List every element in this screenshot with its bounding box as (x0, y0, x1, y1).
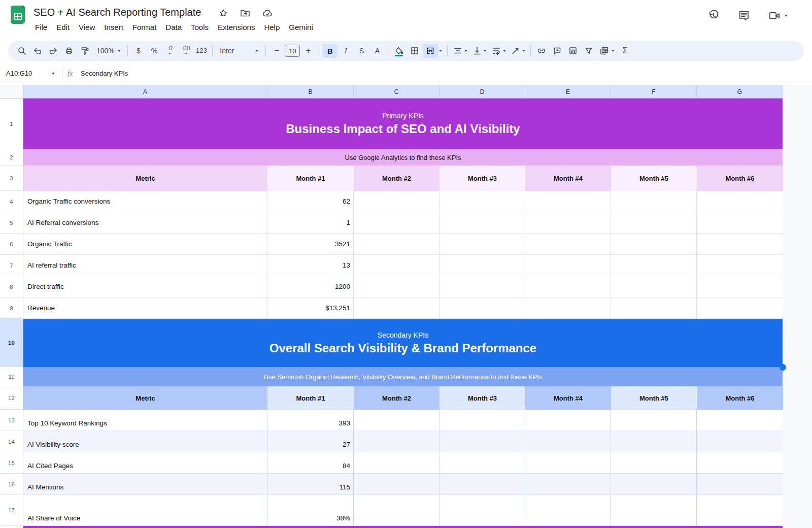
menu-edit[interactable]: Edit (52, 21, 74, 33)
row-header-12[interactable]: 12 (0, 386, 23, 410)
cell[interactable] (525, 191, 611, 212)
metric-cell[interactable]: AI Cited Pages (23, 452, 267, 474)
row-header-17[interactable]: 17 (0, 495, 23, 526)
functions-button[interactable]: Σ (617, 44, 632, 58)
menu-file[interactable]: File (30, 21, 52, 33)
cell[interactable] (611, 255, 697, 276)
value-cell[interactable]: $13,251 (267, 298, 354, 319)
cell[interactable] (439, 191, 525, 212)
menu-extensions[interactable]: Extensions (213, 21, 259, 33)
value-cell[interactable]: 1 (267, 212, 354, 234)
cell[interactable] (525, 255, 611, 276)
header-cell[interactable]: Month #5 (611, 386, 697, 410)
paint-format-button[interactable] (77, 44, 92, 58)
metric-cell[interactable]: Organic Traffic (23, 234, 267, 255)
cell[interactable] (697, 474, 783, 495)
secondary-note-cell[interactable]: Use Semrush Organic Research, Visibility… (23, 367, 783, 386)
row-header-10[interactable]: 10 (0, 319, 23, 367)
menu-view[interactable]: View (74, 21, 99, 33)
header-cell[interactable]: Month #1 (267, 166, 354, 191)
row-header-7[interactable]: 7 (0, 255, 23, 276)
column-header-e[interactable]: E (525, 85, 611, 98)
move-folder-icon[interactable] (240, 8, 251, 18)
version-history-icon[interactable] (707, 9, 720, 22)
vertical-align-button[interactable] (470, 44, 489, 58)
metric-cell[interactable]: Direct traffic (23, 276, 267, 298)
redo-button[interactable] (46, 44, 61, 58)
cell[interactable] (697, 191, 783, 212)
fill-color-button[interactable] (391, 44, 407, 58)
cell[interactable] (354, 298, 439, 319)
metric-cell[interactable]: AI Mentions (23, 474, 267, 495)
cell[interactable] (354, 191, 439, 212)
cell[interactable] (354, 452, 439, 474)
cell[interactable] (354, 234, 439, 255)
cell[interactable] (697, 298, 783, 319)
row-header-11[interactable]: 11 (0, 367, 23, 386)
row-header-15[interactable]: 15 (0, 452, 23, 474)
cell[interactable] (611, 276, 697, 298)
cell[interactable] (439, 452, 525, 474)
cell[interactable] (354, 276, 439, 298)
document-title[interactable]: SEO + AI Search Reporting Template (33, 7, 201, 18)
cell[interactable] (525, 452, 611, 474)
menu-format[interactable]: Format (128, 21, 161, 33)
cell[interactable] (354, 212, 439, 234)
cell[interactable] (439, 431, 525, 452)
cell[interactable] (697, 212, 783, 234)
font-family-select[interactable]: Inter (216, 44, 262, 58)
row-header-18-clipped[interactable] (0, 526, 23, 528)
cloud-saved-icon[interactable] (262, 8, 273, 18)
cell[interactable] (439, 298, 525, 319)
value-cell[interactable]: 84 (267, 452, 354, 474)
header-cell[interactable]: Metric (23, 166, 267, 191)
insert-link-button[interactable] (534, 44, 549, 58)
increase-font-size-button[interactable]: + (300, 44, 316, 58)
bold-button[interactable]: B (322, 44, 337, 58)
cell[interactable] (525, 234, 611, 255)
decrease-decimal-button[interactable]: .0← (162, 44, 178, 58)
value-cell[interactable]: 393 (267, 410, 354, 431)
cell[interactable] (611, 212, 697, 234)
header-cell[interactable]: Month #1 (267, 386, 354, 410)
cell[interactable] (525, 298, 611, 319)
row-header-8[interactable]: 8 (0, 276, 23, 298)
undo-button[interactable] (30, 44, 45, 58)
header-cell[interactable]: Month #2 (354, 386, 439, 410)
selection-fill-handle[interactable] (780, 364, 786, 371)
row-header-9[interactable]: 9 (0, 298, 23, 319)
cell[interactable] (439, 474, 525, 495)
cell[interactable] (439, 255, 525, 276)
column-header-b[interactable]: B (267, 85, 354, 98)
cell[interactable] (611, 234, 697, 255)
cell[interactable] (525, 474, 611, 495)
insert-chart-button[interactable] (565, 44, 581, 58)
value-cell[interactable]: 115 (267, 474, 354, 495)
metric-cell[interactable]: AI Visibility score (23, 431, 267, 452)
strikethrough-button[interactable]: S (354, 44, 369, 58)
header-cell[interactable]: Month #5 (611, 166, 697, 191)
cell[interactable] (697, 255, 783, 276)
cell[interactable] (611, 191, 697, 212)
cell[interactable] (439, 410, 525, 431)
column-header-f[interactable]: F (611, 85, 697, 98)
select-all-corner[interactable] (0, 85, 23, 98)
cell[interactable] (525, 276, 611, 298)
cell[interactable] (611, 495, 697, 526)
menu-help[interactable]: Help (259, 21, 284, 33)
cell[interactable] (354, 474, 439, 495)
text-color-button[interactable]: A (369, 44, 385, 58)
cell[interactable] (525, 431, 611, 452)
row-header-2[interactable]: 2 (0, 149, 23, 166)
cell[interactable] (697, 452, 783, 474)
row-header-13[interactable]: 13 (0, 410, 23, 431)
cell[interactable] (354, 410, 439, 431)
cell[interactable] (611, 410, 697, 431)
metric-cell[interactable]: Organic Traffic conversions (23, 191, 267, 212)
increase-decimal-button[interactable]: .00→ (178, 44, 193, 58)
column-header-d[interactable]: D (439, 85, 525, 98)
comments-icon[interactable] (737, 9, 751, 22)
value-cell[interactable]: 38% (267, 495, 354, 526)
star-icon[interactable] (218, 8, 228, 18)
cell[interactable] (439, 212, 525, 234)
